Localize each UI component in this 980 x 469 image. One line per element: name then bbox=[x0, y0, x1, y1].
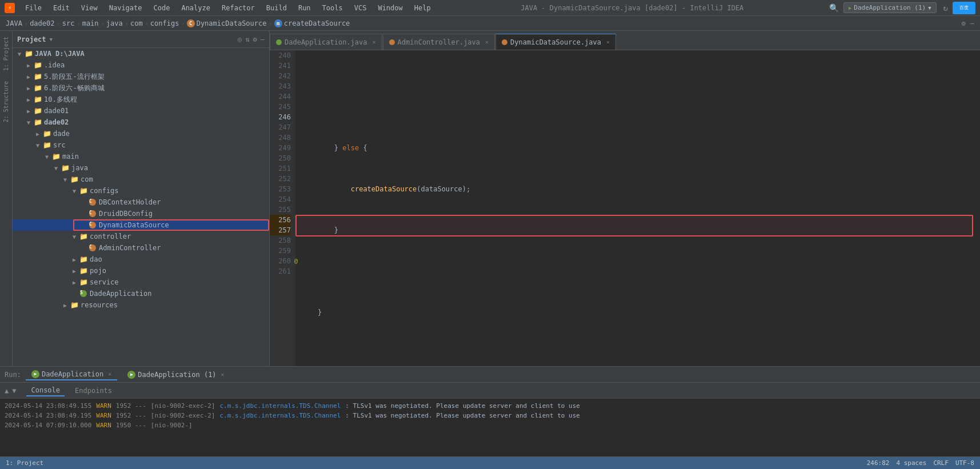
tree-item-configs[interactable]: ▼ 📁 configs bbox=[13, 185, 269, 197]
tab-close-dynamicdatasource[interactable]: ✕ bbox=[606, 39, 610, 45]
close-sidebar-icon[interactable]: — bbox=[261, 35, 265, 43]
sidebar-header: Project ▼ ◎ ⇅ ⚙ — bbox=[13, 31, 269, 48]
baidu-button[interactable]: 百度 bbox=[953, 2, 975, 14]
settings-icon[interactable]: ⚙ bbox=[962, 19, 966, 27]
tree-item-java[interactable]: ▼ 📁 java bbox=[13, 162, 269, 174]
dbcontextholder-label: DBContextHolder bbox=[99, 198, 161, 206]
menu-vcs[interactable]: VCS bbox=[350, 3, 371, 13]
tree-root[interactable]: ▼ 📁 JAVA D:\JAVA bbox=[13, 48, 269, 59]
code-area[interactable]: 240 241 242 243 244 245 246 247 248 249 … bbox=[270, 50, 980, 366]
expand-all-icon[interactable]: ⇅ bbox=[245, 35, 249, 43]
tab-dynamicdatasource[interactable]: DynamicDataSource.java ✕ bbox=[495, 34, 616, 50]
console-scroll-up[interactable]: ▲ bbox=[5, 387, 9, 395]
class-icon: C bbox=[187, 19, 195, 27]
status-encoding[interactable]: UTF-8 bbox=[955, 459, 974, 467]
menu-refactor[interactable]: Refactor bbox=[217, 3, 259, 13]
tree-item-dade01[interactable]: ▶ 📁 dade01 bbox=[13, 105, 269, 117]
tree-item-controller[interactable]: ▼ 📁 controller bbox=[13, 231, 269, 242]
menu-tools[interactable]: Tools bbox=[318, 3, 347, 13]
tree-item-dynamicdatasource[interactable]: ▶ C DynamicDataSource bbox=[13, 219, 269, 231]
tree-item-dade02[interactable]: ▼ 📁 dade02 bbox=[13, 117, 269, 128]
console-tab-console[interactable]: Console bbox=[26, 385, 65, 396]
collapse-icon[interactable]: — bbox=[970, 19, 974, 27]
tree-item-admincontroller[interactable]: ▶ C AdminController bbox=[13, 242, 269, 254]
menu-view[interactable]: View bbox=[77, 3, 102, 13]
file-dynamicdatasource-icon: C bbox=[88, 221, 97, 229]
locate-icon[interactable]: ◎ bbox=[238, 35, 242, 43]
menu-file[interactable]: File bbox=[21, 3, 46, 13]
line-numbers: 240 241 242 243 244 245 246 247 248 249 … bbox=[270, 50, 295, 366]
folder-thread-icon: 📁 bbox=[33, 95, 42, 103]
project-tab[interactable]: 1: Project bbox=[2, 34, 10, 73]
code-line-240: } else { bbox=[301, 143, 980, 153]
menu-window[interactable]: Window bbox=[373, 3, 407, 13]
bc-main[interactable]: main bbox=[82, 19, 99, 27]
tree-item-pojo[interactable]: ▶ 📁 pojo bbox=[13, 265, 269, 276]
search-icon[interactable]: 🔍 bbox=[829, 3, 839, 13]
bc-src[interactable]: src bbox=[62, 19, 75, 27]
phase6-label: 6.阶段六-畅购商城 bbox=[44, 83, 105, 93]
tab-admincontroller[interactable]: AdminController.java ✕ bbox=[383, 34, 495, 50]
bc-dade02[interactable]: dade02 bbox=[30, 19, 54, 27]
console-scroll-down[interactable]: ▼ bbox=[12, 387, 16, 395]
dade-label: dade bbox=[53, 130, 70, 138]
bc-create-datasource[interactable]: createDataSource bbox=[284, 19, 350, 27]
tab-spring-icon bbox=[276, 39, 282, 45]
tab-dadeapplication-label: DadeApplication.java bbox=[285, 38, 367, 46]
console-tab-endpoints[interactable]: Endpoints bbox=[70, 386, 117, 396]
sidebar-content: ▼ 📁 JAVA D:\JAVA ▶ 📁 .idea ▶ 📁 5.阶段五-流行框… bbox=[13, 48, 269, 366]
tab-dynamicdatasource-label: DynamicDataSource.java bbox=[510, 38, 601, 46]
tree-item-src[interactable]: ▼ 📁 src bbox=[13, 139, 269, 151]
tree-item-dbcontextholder[interactable]: ▶ C DBContextHolder bbox=[13, 197, 269, 208]
tree-item-phase5[interactable]: ▶ 📁 5.阶段五-流行框架 bbox=[13, 71, 269, 82]
tree-item-dade[interactable]: ▶ 📁 dade bbox=[13, 128, 269, 139]
console-thread-2: 1952 --- bbox=[116, 411, 146, 420]
tab-close-admincontroller[interactable]: ✕ bbox=[485, 39, 489, 45]
window-title: JAVA - DynamicDataSource.java [dade02] -… bbox=[438, 4, 827, 12]
bc-dynamic-datasource[interactable]: DynamicDataSource bbox=[197, 19, 267, 27]
bc-java2[interactable]: java bbox=[106, 19, 123, 27]
expand-arrow: ▼ bbox=[15, 51, 24, 57]
tree-item-main[interactable]: ▼ 📁 main bbox=[13, 151, 269, 162]
structure-tab[interactable]: 2: Structure bbox=[2, 79, 10, 125]
settings-tree-icon[interactable]: ⚙ bbox=[253, 35, 257, 43]
tree-item-resources[interactable]: ▶ 📁 resources bbox=[13, 299, 269, 311]
menu-run[interactable]: Run bbox=[294, 3, 315, 13]
code-content[interactable]: @ } else { createDataSource(dataSource); bbox=[295, 50, 980, 366]
menu-bar: ⚡ File Edit View Navigate Code Analyze R… bbox=[0, 0, 980, 16]
menu-navigate[interactable]: Navigate bbox=[105, 3, 147, 13]
tab-dadeapplication[interactable]: DadeApplication.java ✕ bbox=[270, 34, 382, 50]
menu-code[interactable]: Code bbox=[149, 3, 175, 13]
status-line-ending[interactable]: CRLF bbox=[933, 459, 949, 467]
menu-help[interactable]: Help bbox=[410, 3, 435, 13]
tree-item-com[interactable]: ▼ 📁 com bbox=[13, 174, 269, 185]
reload-icon[interactable]: ↻ bbox=[943, 3, 948, 13]
status-position[interactable]: 246:82 bbox=[867, 459, 890, 467]
run-tab-app1[interactable]: ▶ DadeApplication ✕ bbox=[26, 369, 117, 380]
run-tab-app2[interactable]: ▶ DadeApplication (1) ✕ bbox=[122, 370, 230, 380]
bc-java[interactable]: JAVA bbox=[6, 19, 22, 27]
tab-admincontroller-label: AdminController.java bbox=[398, 38, 481, 46]
menu-edit[interactable]: Edit bbox=[49, 3, 74, 13]
tree-item-service[interactable]: ▶ 📁 service bbox=[13, 276, 269, 288]
tab-close-dadeapplication[interactable]: ✕ bbox=[373, 39, 376, 45]
status-indent[interactable]: 4 spaces bbox=[896, 459, 926, 467]
run-close-2[interactable]: ✕ bbox=[221, 371, 225, 378]
console-warn-2: WARN bbox=[96, 411, 111, 420]
tree-item-dao[interactable]: ▶ 📁 dao bbox=[13, 254, 269, 265]
console-time-3: 2024-05-14 07:09:10.000 bbox=[5, 420, 91, 430]
folder-dade01-icon: 📁 bbox=[33, 107, 42, 115]
bc-configs[interactable]: configs bbox=[150, 19, 179, 27]
bc-com[interactable]: com bbox=[130, 19, 143, 27]
run-close-1[interactable]: ✕ bbox=[108, 371, 111, 377]
tree-item-idea[interactable]: ▶ 📁 .idea bbox=[13, 59, 269, 71]
menu-build[interactable]: Build bbox=[262, 3, 291, 13]
editor: DadeApplication.java ✕ AdminController.j… bbox=[270, 31, 980, 366]
tree-item-druiddbconfig[interactable]: ▶ C DruidDBConfig bbox=[13, 208, 269, 219]
folder-main-icon: 📁 bbox=[51, 153, 61, 161]
tree-item-dadeapplication[interactable]: ▶ S DadeApplication bbox=[13, 288, 269, 299]
tree-item-phase6[interactable]: ▶ 📁 6.阶段六-畅购商城 bbox=[13, 82, 269, 94]
run-config-selector[interactable]: ▶ DadeApplication (1) ▼ bbox=[843, 2, 937, 13]
menu-analyze[interactable]: Analyze bbox=[177, 3, 215, 13]
tree-item-thread[interactable]: ▶ 📁 10.多线程 bbox=[13, 94, 269, 105]
